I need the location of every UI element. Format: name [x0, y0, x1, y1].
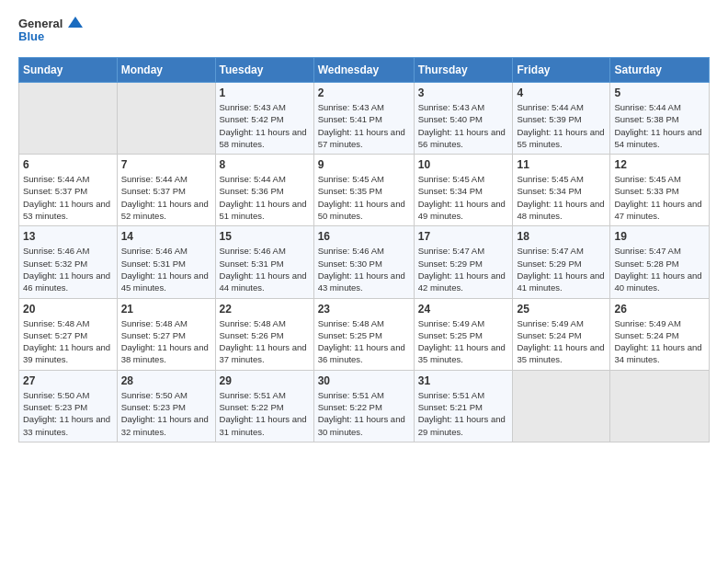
day-info: Sunrise: 5:44 AMSunset: 5:37 PMDaylight:… [23, 173, 113, 222]
day-info: Sunrise: 5:43 AMSunset: 5:41 PMDaylight:… [318, 101, 410, 150]
calendar-cell: 9Sunrise: 5:45 AMSunset: 5:35 PMDaylight… [313, 155, 414, 226]
day-info: Sunrise: 5:51 AMSunset: 5:21 PMDaylight:… [418, 389, 509, 438]
calendar-cell: 14Sunrise: 5:46 AMSunset: 5:31 PMDayligh… [117, 226, 215, 298]
calendar-cell: 26Sunrise: 5:49 AMSunset: 5:24 PMDayligh… [610, 298, 710, 370]
calendar-cell [117, 83, 215, 155]
calendar-cell: 11Sunrise: 5:45 AMSunset: 5:34 PMDayligh… [513, 155, 610, 226]
day-number: 14 [121, 230, 211, 243]
day-number: 20 [23, 303, 113, 316]
day-info: Sunrise: 5:45 AMSunset: 5:35 PMDaylight:… [318, 173, 410, 222]
calendar-cell: 29Sunrise: 5:51 AMSunset: 5:22 PMDayligh… [215, 370, 313, 442]
header: General Blue [18, 15, 710, 48]
day-info: Sunrise: 5:44 AMSunset: 5:39 PMDaylight:… [517, 101, 606, 150]
calendar-cell: 20Sunrise: 5:48 AMSunset: 5:27 PMDayligh… [19, 298, 118, 370]
day-number: 6 [23, 158, 113, 171]
day-info: Sunrise: 5:50 AMSunset: 5:23 PMDaylight:… [121, 389, 211, 438]
calendar-cell: 18Sunrise: 5:47 AMSunset: 5:29 PMDayligh… [513, 226, 610, 298]
day-info: Sunrise: 5:44 AMSunset: 5:37 PMDaylight:… [121, 173, 211, 222]
day-info: Sunrise: 5:46 AMSunset: 5:30 PMDaylight:… [318, 245, 410, 293]
calendar-cell: 24Sunrise: 5:49 AMSunset: 5:25 PMDayligh… [414, 298, 513, 370]
calendar-cell: 27Sunrise: 5:50 AMSunset: 5:23 PMDayligh… [19, 370, 118, 442]
day-number: 10 [418, 158, 509, 171]
weekday-header-monday: Monday [117, 58, 215, 83]
day-info: Sunrise: 5:49 AMSunset: 5:24 PMDaylight:… [517, 317, 606, 366]
calendar-cell: 23Sunrise: 5:48 AMSunset: 5:25 PMDayligh… [313, 298, 414, 370]
day-number: 29 [220, 374, 310, 387]
weekday-header-thursday: Thursday [414, 58, 513, 83]
day-number: 22 [220, 303, 310, 316]
weekday-header-tuesday: Tuesday [215, 58, 313, 83]
calendar-week-3: 20Sunrise: 5:48 AMSunset: 5:27 PMDayligh… [19, 298, 710, 370]
day-number: 27 [23, 374, 113, 387]
day-number: 13 [23, 230, 113, 243]
day-number: 2 [318, 86, 410, 99]
day-info: Sunrise: 5:46 AMSunset: 5:32 PMDaylight:… [23, 245, 113, 293]
svg-text:General: General [18, 17, 63, 30]
calendar-cell: 12Sunrise: 5:45 AMSunset: 5:33 PMDayligh… [610, 155, 710, 226]
day-info: Sunrise: 5:45 AMSunset: 5:34 PMDaylight:… [418, 173, 509, 222]
calendar-cell: 21Sunrise: 5:48 AMSunset: 5:27 PMDayligh… [117, 298, 215, 370]
day-number: 23 [318, 303, 410, 316]
calendar-cell: 5Sunrise: 5:44 AMSunset: 5:38 PMDaylight… [610, 83, 710, 155]
calendar-week-0: 1Sunrise: 5:43 AMSunset: 5:42 PMDaylight… [19, 83, 710, 155]
day-info: Sunrise: 5:44 AMSunset: 5:38 PMDaylight:… [614, 101, 705, 150]
day-info: Sunrise: 5:51 AMSunset: 5:22 PMDaylight:… [318, 389, 410, 438]
calendar-week-4: 27Sunrise: 5:50 AMSunset: 5:23 PMDayligh… [19, 370, 710, 442]
day-number: 11 [517, 158, 606, 171]
svg-text:Blue: Blue [18, 29, 44, 43]
day-info: Sunrise: 5:46 AMSunset: 5:31 PMDaylight:… [121, 245, 211, 293]
weekday-header-sunday: Sunday [19, 58, 118, 83]
calendar-cell: 10Sunrise: 5:45 AMSunset: 5:34 PMDayligh… [414, 155, 513, 226]
calendar-cell: 4Sunrise: 5:44 AMSunset: 5:39 PMDaylight… [513, 83, 610, 155]
day-number: 12 [614, 158, 705, 171]
day-info: Sunrise: 5:50 AMSunset: 5:23 PMDaylight:… [23, 389, 113, 438]
day-info: Sunrise: 5:48 AMSunset: 5:27 PMDaylight:… [23, 317, 113, 366]
day-number: 15 [220, 230, 310, 243]
day-number: 3 [418, 86, 509, 99]
day-info: Sunrise: 5:47 AMSunset: 5:28 PMDaylight:… [614, 245, 705, 293]
day-number: 1 [220, 86, 310, 99]
calendar-cell [19, 83, 118, 155]
day-number: 25 [517, 303, 606, 316]
calendar-cell: 31Sunrise: 5:51 AMSunset: 5:21 PMDayligh… [414, 370, 513, 442]
calendar-cell: 13Sunrise: 5:46 AMSunset: 5:32 PMDayligh… [19, 226, 118, 298]
day-number: 16 [318, 230, 410, 243]
day-number: 9 [318, 158, 410, 171]
page: General Blue SundayMondayTuesdayWednesda… [0, 0, 728, 563]
calendar-cell: 17Sunrise: 5:47 AMSunset: 5:29 PMDayligh… [414, 226, 513, 298]
calendar-cell: 2Sunrise: 5:43 AMSunset: 5:41 PMDaylight… [313, 83, 414, 155]
calendar-cell: 30Sunrise: 5:51 AMSunset: 5:22 PMDayligh… [313, 370, 414, 442]
svg-marker-2 [68, 17, 83, 28]
day-number: 24 [418, 303, 509, 316]
calendar-cell: 25Sunrise: 5:49 AMSunset: 5:24 PMDayligh… [513, 298, 610, 370]
calendar-cell: 1Sunrise: 5:43 AMSunset: 5:42 PMDaylight… [215, 83, 313, 155]
day-number: 31 [418, 374, 509, 387]
day-info: Sunrise: 5:48 AMSunset: 5:26 PMDaylight:… [220, 317, 310, 366]
calendar-cell [610, 370, 710, 442]
day-info: Sunrise: 5:45 AMSunset: 5:33 PMDaylight:… [614, 173, 705, 222]
calendar-cell: 7Sunrise: 5:44 AMSunset: 5:37 PMDaylight… [117, 155, 215, 226]
weekday-header-wednesday: Wednesday [313, 58, 414, 83]
calendar-cell: 6Sunrise: 5:44 AMSunset: 5:37 PMDaylight… [19, 155, 118, 226]
weekday-header-friday: Friday [513, 58, 610, 83]
day-info: Sunrise: 5:48 AMSunset: 5:25 PMDaylight:… [318, 317, 410, 366]
day-number: 26 [614, 303, 705, 316]
calendar-week-2: 13Sunrise: 5:46 AMSunset: 5:32 PMDayligh… [19, 226, 710, 298]
day-number: 21 [121, 303, 211, 316]
day-info: Sunrise: 5:45 AMSunset: 5:34 PMDaylight:… [517, 173, 606, 222]
day-number: 28 [121, 374, 211, 387]
logo-svg: General Blue [18, 15, 83, 48]
day-info: Sunrise: 5:48 AMSunset: 5:27 PMDaylight:… [121, 317, 211, 366]
day-info: Sunrise: 5:43 AMSunset: 5:42 PMDaylight:… [220, 101, 310, 150]
day-number: 17 [418, 230, 509, 243]
calendar-cell: 15Sunrise: 5:46 AMSunset: 5:31 PMDayligh… [215, 226, 313, 298]
day-info: Sunrise: 5:43 AMSunset: 5:40 PMDaylight:… [418, 101, 509, 150]
day-number: 8 [220, 158, 310, 171]
calendar-cell: 22Sunrise: 5:48 AMSunset: 5:26 PMDayligh… [215, 298, 313, 370]
calendar-cell: 16Sunrise: 5:46 AMSunset: 5:30 PMDayligh… [313, 226, 414, 298]
calendar-table: SundayMondayTuesdayWednesdayThursdayFrid… [18, 57, 710, 442]
calendar-cell: 8Sunrise: 5:44 AMSunset: 5:36 PMDaylight… [215, 155, 313, 226]
day-number: 30 [318, 374, 410, 387]
day-info: Sunrise: 5:46 AMSunset: 5:31 PMDaylight:… [220, 245, 310, 293]
calendar-cell: 3Sunrise: 5:43 AMSunset: 5:40 PMDaylight… [414, 83, 513, 155]
